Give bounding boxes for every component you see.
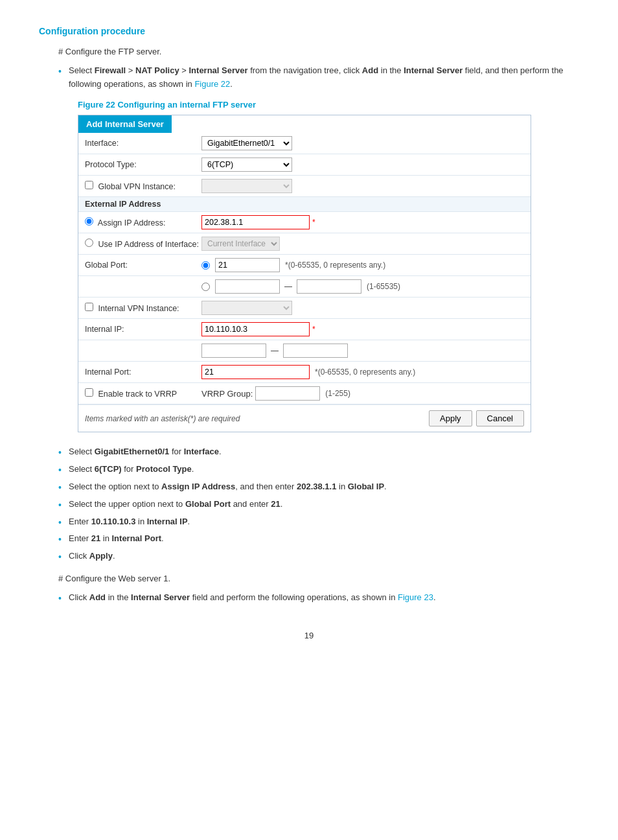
step-item-7: Click Apply. <box>58 550 579 563</box>
internal-port-row: Internal Port: *(0-65535, 0 represents a… <box>78 362 531 383</box>
step-item-3: Select the option next to Assign IP Addr… <box>58 480 579 494</box>
step-item-4: Select the upper option next to Global P… <box>58 498 579 511</box>
tcp-bold: 6(TCP) <box>95 464 122 474</box>
ftp-comment: # Configure the FTP server. <box>58 45 579 59</box>
vrrp-group-input[interactable] <box>255 386 320 401</box>
global-vpn-row: Global VPN Instance: <box>78 176 531 197</box>
footer-note: Items marked with an asterisk(*) are req… <box>85 414 240 423</box>
gigabit-bold: GigabitEthernet0/1 <box>95 447 170 456</box>
global-port-row1: Global Port: *(0-65535, 0 represents any… <box>78 255 531 276</box>
global-vpn-text: Global VPN Instance: <box>98 182 176 191</box>
interface-control: GigabitEthernet0/1 <box>201 136 524 150</box>
global-port-hint1: *(0-65535, 0 represents any.) <box>285 261 385 270</box>
global-vpn-label: Global VPN Instance: <box>85 181 201 191</box>
internal-port-control: *(0-65535, 0 represents any.) <box>201 365 524 379</box>
current-interface-select[interactable]: Current Interface <box>201 237 280 251</box>
internal-vpn-checkbox[interactable] <box>85 303 93 311</box>
global-port-control1: *(0-65535, 0 represents any.) <box>201 258 524 272</box>
internal-ip-input[interactable] <box>201 322 310 336</box>
protocol-bold: Protocol Type <box>136 464 192 474</box>
figure22-link[interactable]: Figure 22 <box>194 79 230 89</box>
global-ip-bold: Global IP <box>348 482 384 491</box>
web-steps-list: Click Add in the Internal Server field a… <box>58 591 579 605</box>
enable-vrrp-text: Enable track to VRRP <box>98 390 177 399</box>
nat-policy-bold: NAT Policy <box>135 65 179 75</box>
global-port-radio1[interactable] <box>201 261 210 270</box>
use-interface-label: Use IP Address of Interface: <box>85 239 201 249</box>
interface-row: Interface: GigabitEthernet0/1 <box>78 133 531 154</box>
internal-ip-label-bold: Internal IP <box>147 517 188 526</box>
page-number: 19 <box>39 631 579 640</box>
apply-bold: Apply <box>89 551 113 561</box>
step-item-6: Enter 21 in Internal Port. <box>58 532 579 546</box>
assign-ip-control: * <box>201 215 524 229</box>
steps-list: Select GigabitEthernet0/1 for Interface.… <box>58 445 579 563</box>
internal-vpn-select <box>201 301 292 315</box>
port21-bold: 21 <box>271 499 280 509</box>
interface-bold: Interface <box>184 447 219 456</box>
dialog-header-text: Add Internal Server <box>78 115 172 133</box>
global-vpn-checkbox[interactable] <box>85 181 93 189</box>
step1-text: Select Firewall > NAT Policy > Internal … <box>69 65 564 89</box>
global-vpn-select <box>201 179 292 193</box>
figure-title: Figure 22 Configuring an internal FTP se… <box>78 100 579 110</box>
protocol-row: Protocol Type: 6(TCP) <box>78 154 531 176</box>
step-item-1: Select GigabitEthernet0/1 for Interface. <box>58 445 579 459</box>
step-item-5: Enter 10.110.10.3 in Internal IP. <box>58 515 579 529</box>
web-comment: # Configure the Web server 1. <box>58 572 579 586</box>
apply-button[interactable]: Apply <box>429 410 472 426</box>
footer-buttons: Apply Cancel <box>429 410 524 426</box>
protocol-select[interactable]: 6(TCP) <box>201 158 292 172</box>
assign-ip-input[interactable] <box>201 215 310 229</box>
internal-vpn-label: Internal VPN Instance: <box>85 303 201 313</box>
internal-port-label: Internal Port: <box>85 368 201 377</box>
global-port-input2-to[interactable] <box>297 279 361 294</box>
step1-item: Select Firewall > NAT Policy > Internal … <box>58 64 579 91</box>
assign-bold: Assign IP Address <box>161 482 235 491</box>
internal-ip-range-to[interactable] <box>283 344 348 358</box>
section-title: Configuration procedure <box>39 26 579 36</box>
vrrp-label: Enable track to VRRP <box>85 388 201 399</box>
step-item-2: Select 6(TCP) for Protocol Type. <box>58 463 579 476</box>
assign-ip-asterisk: * <box>312 218 315 227</box>
use-interface-row: Use IP Address of Interface: Current Int… <box>78 233 531 255</box>
use-interface-radio[interactable] <box>85 239 93 247</box>
figure23-link[interactable]: Figure 23 <box>398 592 433 602</box>
ip-value-bold: 202.38.1.1 <box>297 482 336 491</box>
global-port-row2: — (1-65535) <box>78 276 531 298</box>
use-interface-text: Use IP Address of Interface: <box>98 240 198 249</box>
assign-ip-radio[interactable] <box>85 217 93 226</box>
internal-ip-control: * <box>201 322 524 336</box>
internal-ip-range-from[interactable] <box>201 344 266 358</box>
global-port-control2: — (1-65535) <box>201 279 524 294</box>
internal-port-hint: *(0-65535, 0 represents any.) <box>315 368 415 377</box>
internal-vpn-control <box>201 301 524 315</box>
dialog-header: Add Internal Server <box>78 115 531 133</box>
global-port-input2-from[interactable] <box>215 279 280 294</box>
global-port-input1[interactable] <box>215 258 280 272</box>
internal-server-bold3: Internal Server <box>131 592 190 602</box>
external-ip-header: External IP Address <box>78 197 531 212</box>
web-step-item: Click Add in the Internal Server field a… <box>58 591 579 605</box>
range-dash: — <box>284 282 292 291</box>
internal-server-bold: Internal Server <box>189 65 248 75</box>
internal-vpn-text: Internal VPN Instance: <box>98 304 179 313</box>
dialog-footer: Items marked with an asterisk(*) are req… <box>78 404 531 432</box>
range-dash2: — <box>271 346 279 355</box>
cancel-button[interactable]: Cancel <box>476 410 524 426</box>
interface-label: Interface: <box>85 139 201 148</box>
interface-select[interactable]: GigabitEthernet0/1 <box>201 136 292 150</box>
internal-ip-range-row: — <box>78 340 531 362</box>
use-interface-control: Current Interface <box>201 237 524 251</box>
step1-list: Select Firewall > NAT Policy > Internal … <box>58 64 579 91</box>
dialog-box: Add Internal Server Interface: GigabitEt… <box>78 115 531 432</box>
internal-port-bold: 21 <box>91 533 100 543</box>
enable-vrrp-checkbox[interactable] <box>85 388 93 397</box>
global-port-radio2[interactable] <box>201 283 210 291</box>
assign-ip-text: Assign IP Address: <box>98 218 166 228</box>
global-port-label: Global Port: <box>85 261 201 270</box>
vrrp-control: VRRP Group: (1-255) <box>201 386 524 401</box>
internal-port-label-bold: Internal Port <box>112 533 162 543</box>
protocol-control: 6(TCP) <box>201 158 524 172</box>
internal-port-input[interactable] <box>201 365 310 379</box>
